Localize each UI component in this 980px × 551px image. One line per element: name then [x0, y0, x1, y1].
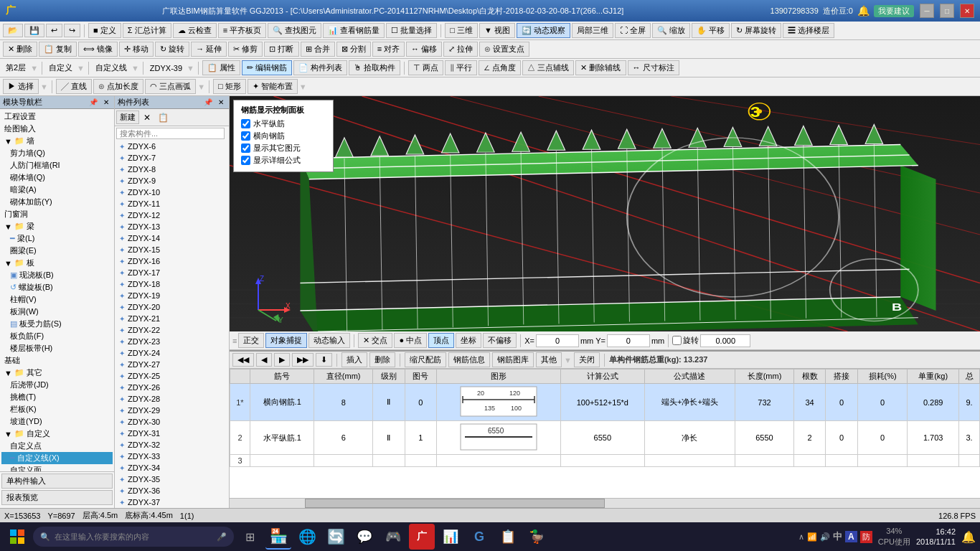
comp-list-item[interactable]: ✦ZDYX-11	[115, 198, 229, 209]
comp-list-item[interactable]: ✦ZDYX-23	[115, 336, 229, 347]
dynamic-input-btn[interactable]: 动态输入	[308, 333, 350, 348]
bell-icon[interactable]: 🔔	[857, 5, 870, 17]
comp-list-item[interactable]: ✦ZDYX-22	[115, 324, 229, 336]
two-point-btn[interactable]: ⊤ 两点	[408, 60, 443, 75]
batch-select-btn[interactable]: ☐ 批量选择	[386, 23, 437, 38]
comp-list-item[interactable]: ✦ZDYX-16	[115, 255, 229, 267]
report-btn[interactable]: 报表预览	[1, 490, 113, 505]
comp-list-item[interactable]: ✦ZDYX-18	[115, 278, 229, 290]
close-btn[interactable]: ✕	[960, 4, 974, 18]
maximize-btn[interactable]: □	[940, 4, 954, 18]
other-btn[interactable]: 其他	[536, 352, 562, 367]
comp-panel-float[interactable]: 📌	[202, 98, 215, 106]
parallel-btn[interactable]: ∥ 平行	[445, 60, 477, 75]
comp-list-item[interactable]: ✦ZDYX-36	[115, 485, 229, 496]
delete-row-btn[interactable]: 删除	[369, 352, 395, 367]
nav-item-foundation[interactable]: 基础	[1, 354, 113, 367]
vertex-btn[interactable]: 顶点	[428, 333, 454, 348]
nav-first-btn[interactable]: ◀◀	[232, 353, 254, 367]
comp-list-item[interactable]: ✦ZDYX-33	[115, 451, 229, 462]
delete-comp-btn[interactable]: ✕	[141, 112, 154, 123]
intersection-btn[interactable]: ✕ 交点	[358, 333, 392, 348]
extend-btn[interactable]: → 延伸	[191, 42, 227, 57]
nav-item-masonry-wall[interactable]: 砌体墙(Q)	[1, 171, 113, 184]
comp-list-item[interactable]: ✦ZDYX-21	[115, 313, 229, 324]
fullscreen-btn[interactable]: ⛶ 全屏	[615, 23, 651, 38]
minimize-btn[interactable]: ─	[920, 4, 934, 18]
nav-item-slab[interactable]: ▼ 📁 板	[1, 257, 113, 269]
nav-item-slab-rebar[interactable]: ▤ 板受力筋(S)	[1, 318, 113, 330]
comp-list-item[interactable]: ✦ZDYX-30	[115, 416, 229, 428]
comp-list-item[interactable]: ✦ZDYX-10	[115, 187, 229, 198]
game-btn[interactable]: 🎮	[380, 524, 406, 550]
comp-panel-close[interactable]: ✕	[216, 98, 226, 106]
nav-item-hole[interactable]: 板洞(W)	[1, 306, 113, 318]
comp-list-item[interactable]: ✦ZDYX-34	[115, 462, 229, 474]
nav-item-civil-wall[interactable]: 人防门框墙(RI	[1, 159, 113, 171]
g-icon[interactable]: G	[466, 524, 492, 550]
nav-item-neg-rebar[interactable]: 板负筋(F)	[1, 330, 113, 342]
rescale-btn[interactable]: 缩尺配筋	[405, 352, 446, 367]
copy-comp-btn[interactable]: 📋	[155, 112, 171, 123]
rotate-input[interactable]	[700, 334, 750, 347]
nav-next-btn[interactable]: ▶	[274, 353, 290, 367]
move-btn[interactable]: ✛ 移动	[119, 42, 154, 57]
break-btn[interactable]: ⊡ 打断	[264, 42, 298, 57]
rebar-check-transverse-cb[interactable]	[241, 131, 250, 141]
nav-item-door-window[interactable]: 门窗洞	[1, 208, 113, 220]
object-snap-btn[interactable]: 对象捕捉	[265, 333, 307, 348]
del-aux-btn[interactable]: ✕ 删除辅线	[575, 60, 626, 75]
comp-list-item[interactable]: ✦ZDYX-14	[115, 232, 229, 244]
edit-rebar-tab[interactable]: ✏ 编辑钢筋	[242, 60, 292, 75]
mic-icon[interactable]: 🎤	[217, 532, 227, 542]
comp-list-item[interactable]: ✦ZDYX-27	[115, 359, 229, 370]
comp-list-item[interactable]: ✦ZDYX-19	[115, 290, 229, 301]
table-row[interactable]: 1* 横向钢筋.1 8 Ⅱ 0 20 120 135 100 100+512+1…	[230, 384, 980, 421]
baidu-icon[interactable]: 📋	[495, 524, 521, 550]
cloud-check-btn[interactable]: ☁ 云检查	[173, 23, 217, 38]
nav-item-ramp[interactable]: 坡道(YD)	[1, 415, 113, 428]
nav-item-beam-l[interactable]: ━ 梁(L)	[1, 232, 113, 245]
start-button[interactable]	[4, 524, 30, 550]
select-floor-btn[interactable]: ☰ 选择楼层	[783, 23, 834, 38]
taskbar-search[interactable]: 🔍 在这里输入你要搜索的内容 🎤	[33, 527, 234, 547]
nav-panel-float[interactable]: 📌	[87, 98, 100, 106]
screen-rotate-btn[interactable]: ↻ 屏幕旋转	[731, 23, 781, 38]
comp-list-item[interactable]: ✦ZDYX-9	[115, 175, 229, 187]
comp-list-item[interactable]: ✦ZDYX-29	[115, 405, 229, 416]
coord-btn[interactable]: 坐标	[456, 333, 481, 348]
viewport[interactable]: 3 B 钢筋显示控制面板 水平纵筋 横向钢筋	[230, 96, 980, 331]
nav-item-eave[interactable]: 挑檐(T)	[1, 391, 113, 403]
comp-list-item[interactable]: ✦ZDYX-24	[115, 347, 229, 359]
dynamic-view-btn[interactable]: 🔄 动态观察	[517, 23, 570, 38]
duck-icon[interactable]: 🦆	[524, 524, 550, 550]
set-pivot-btn[interactable]: ⊙ 设置支点	[479, 42, 529, 57]
rotate-cb[interactable]	[672, 336, 682, 345]
comp-list-item[interactable]: ✦ZDYX-25	[115, 370, 229, 382]
align-btn[interactable]: ≡ 对齐	[372, 42, 405, 57]
nav-item-custom-point[interactable]: 自定义点	[1, 440, 113, 452]
comp-list-item[interactable]: ✦ZDYX-13	[115, 221, 229, 232]
ime-icon[interactable]: A	[845, 531, 857, 542]
rebar-check-formula-cb[interactable]	[241, 156, 250, 165]
up-arrow[interactable]: ∧	[798, 532, 804, 542]
comp-search-input[interactable]	[116, 128, 225, 139]
nav-item-ring-beam[interactable]: 圈梁(E)	[1, 245, 113, 257]
pick-comp-btn[interactable]: 🖱 拾取构件	[349, 60, 400, 75]
save-btn[interactable]: 💾	[24, 24, 44, 37]
nav-item-other[interactable]: ▼ 📁 其它	[1, 367, 113, 379]
split-btn[interactable]: ⊠ 分割	[336, 42, 371, 57]
table-row[interactable]: 2 水平纵筋.1 6 Ⅱ 1 6550 6550 净长 6550 2 0 0 1…	[230, 421, 980, 455]
browser-btn[interactable]: 🌐	[294, 524, 320, 550]
single-comp-btn[interactable]: 单构件输入	[1, 474, 113, 489]
align-floor-btn[interactable]: ≡ 平齐板页	[218, 23, 266, 38]
comp-list-item[interactable]: ✦ZDYX-12	[115, 209, 229, 221]
rebar-lib-btn[interactable]: 钢筋图库	[492, 352, 534, 367]
nav-item-floor-band[interactable]: 楼层板带(H)	[1, 342, 113, 354]
calc-btn[interactable]: Σ 汇总计算	[123, 23, 171, 38]
nav-last-btn[interactable]: ▶▶	[292, 353, 314, 367]
stretch-btn[interactable]: ⤢ 拉伸	[443, 42, 478, 57]
nav-item-post-pour[interactable]: 后浇带(JD)	[1, 379, 113, 391]
local-3d-btn[interactable]: 局部三维	[572, 23, 613, 38]
comp-list-item[interactable]: ✦ZDYX-15	[115, 244, 229, 255]
